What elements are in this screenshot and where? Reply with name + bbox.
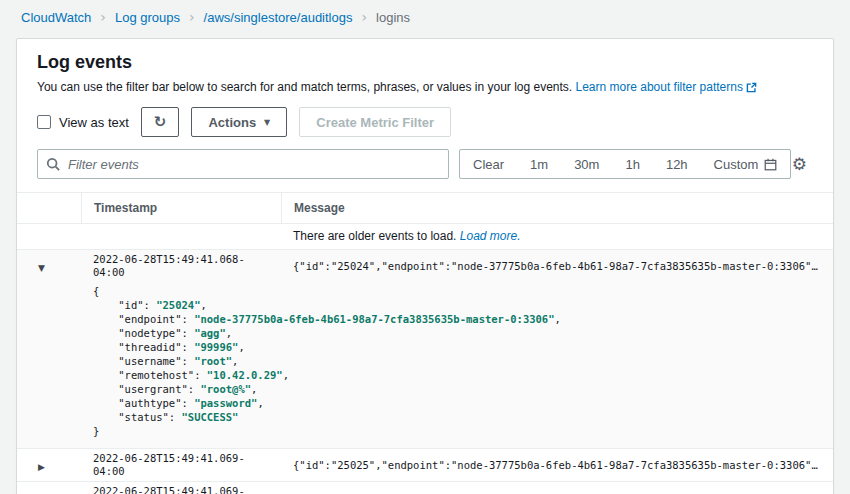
json-value: "agg" bbox=[194, 327, 226, 339]
json-key: "threadid": bbox=[93, 341, 194, 353]
json-field: "status": "SUCCESS" bbox=[93, 410, 821, 424]
json-comma: , bbox=[257, 397, 263, 409]
expanded-log-row: ▼ 2022-06-28T15:49:41.068-04:00 {"id":"2… bbox=[17, 250, 833, 449]
json-comma: , bbox=[200, 299, 206, 311]
learn-more-text: Learn more about filter patterns bbox=[576, 80, 743, 94]
time-range-30m[interactable]: 30m bbox=[561, 150, 612, 178]
time-range-control: Clear 1m 30m 1h 12h Custom bbox=[459, 149, 791, 179]
chevron-right-icon: › bbox=[189, 9, 195, 25]
actions-label: Actions bbox=[208, 115, 256, 130]
table-row: ▶2022-06-28T15:49:41.069-04:00{"id":"250… bbox=[17, 449, 833, 482]
breadcrumb-current: logins bbox=[376, 10, 410, 25]
json-field: "usergrant": "root@%", bbox=[93, 382, 821, 396]
load-more-row: There are older events to load. Load mor… bbox=[17, 224, 833, 250]
json-brace: } bbox=[93, 424, 821, 438]
json-value: "10.42.0.29" bbox=[207, 369, 283, 381]
refresh-button[interactable]: ↻ bbox=[141, 107, 180, 137]
actions-button[interactable]: Actions ▼ bbox=[191, 107, 287, 137]
table-row: ▶2022-06-28T15:49:41.069-04:00{"id":"250… bbox=[17, 482, 833, 494]
time-range-12h[interactable]: 12h bbox=[653, 150, 701, 178]
preferences-button[interactable]: ⚙ bbox=[792, 154, 807, 174]
toolbar: View as text ↻ Actions ▼ Create Metric F… bbox=[37, 107, 813, 137]
json-key: "endpoint": bbox=[93, 313, 194, 325]
json-field: "remotehost": "10.42.0.29", bbox=[93, 368, 821, 382]
json-value: "root" bbox=[194, 355, 232, 367]
refresh-icon: ↻ bbox=[154, 113, 167, 131]
chevron-right-icon: › bbox=[361, 9, 367, 25]
json-value: "25024" bbox=[156, 299, 200, 311]
gear-icon: ⚙ bbox=[792, 154, 807, 174]
calendar-icon bbox=[764, 158, 777, 171]
json-field: "threadid": "99996", bbox=[93, 340, 821, 354]
filter-bar: Clear 1m 30m 1h 12h Custom ⚙ bbox=[37, 149, 813, 179]
log-rows: ▶2022-06-28T15:49:41.069-04:00{"id":"250… bbox=[17, 449, 833, 494]
breadcrumb-cloudwatch[interactable]: CloudWatch bbox=[21, 10, 91, 25]
learn-more-link[interactable]: Learn more about filter patterns bbox=[576, 80, 757, 94]
json-key: "remotehost": bbox=[93, 369, 207, 381]
json-key: "usergrant": bbox=[93, 383, 200, 395]
json-field: "id": "25024", bbox=[93, 298, 821, 312]
caret-down-icon: ▼ bbox=[264, 118, 270, 127]
expand-row-button[interactable]: ▶ bbox=[17, 488, 81, 494]
collapse-icon: ▼ bbox=[38, 263, 45, 273]
collapse-row-button[interactable]: ▼ bbox=[17, 256, 81, 277]
column-message: Message bbox=[281, 193, 833, 223]
json-value: "password" bbox=[194, 397, 257, 409]
row-timestamp: 2022-06-28T15:49:41.068-04:00 bbox=[81, 250, 281, 282]
time-range-1m[interactable]: 1m bbox=[517, 150, 561, 178]
row-message: {"id":"25026","endpoint":"node-37775b0a-… bbox=[281, 489, 833, 494]
filter-events-searchbox bbox=[37, 149, 449, 179]
json-comma: , bbox=[251, 383, 257, 395]
json-brace: { bbox=[93, 284, 821, 298]
json-value: "99996" bbox=[194, 341, 238, 353]
column-expand bbox=[17, 193, 81, 223]
page: CloudWatch › Log groups › /aws/singlesto… bbox=[0, 0, 850, 494]
row-timestamp: 2022-06-28T15:49:41.069-04:00 bbox=[81, 449, 281, 481]
json-key: "nodetype": bbox=[93, 327, 194, 339]
breadcrumb: CloudWatch › Log groups › /aws/singlesto… bbox=[0, 0, 850, 34]
json-comma: , bbox=[554, 313, 560, 325]
create-metric-filter-button[interactable]: Create Metric Filter bbox=[299, 107, 451, 137]
json-key: "authtype": bbox=[93, 397, 194, 409]
custom-label: Custom bbox=[714, 157, 759, 172]
json-value: "root@%" bbox=[200, 383, 251, 395]
column-timestamp: Timestamp bbox=[81, 193, 281, 223]
log-events-table: Timestamp Message There are older events… bbox=[17, 192, 833, 494]
json-key: "id": bbox=[93, 299, 156, 311]
json-field: "username": "root", bbox=[93, 354, 821, 368]
json-value: "node-37775b0a-6feb-4b61-98a7-7cfa383563… bbox=[194, 313, 554, 325]
time-range-1h[interactable]: 1h bbox=[612, 150, 652, 178]
expand-row-button[interactable]: ▶ bbox=[17, 455, 81, 476]
expand-icon: ▶ bbox=[38, 462, 45, 472]
table-row: ▼ 2022-06-28T15:49:41.068-04:00 {"id":"2… bbox=[17, 250, 833, 282]
filter-events-input[interactable] bbox=[37, 149, 449, 179]
json-comma: , bbox=[238, 341, 244, 353]
breadcrumb-log-group-name[interactable]: /aws/singlestore/auditlogs bbox=[204, 10, 353, 25]
table-header: Timestamp Message bbox=[17, 193, 833, 224]
breadcrumb-log-groups[interactable]: Log groups bbox=[115, 10, 180, 25]
page-title: Log events bbox=[37, 52, 813, 73]
view-as-text-label: View as text bbox=[59, 115, 129, 130]
json-key: "status": bbox=[93, 411, 182, 423]
description-text: You can use the filter bar below to sear… bbox=[37, 80, 572, 94]
view-as-text-checkbox[interactable] bbox=[37, 115, 51, 129]
json-key: "username": bbox=[93, 355, 194, 367]
log-events-panel: Log events You can use the filter bar be… bbox=[16, 38, 834, 494]
page-description: You can use the filter bar below to sear… bbox=[37, 80, 813, 94]
older-events-text: There are older events to load. bbox=[293, 229, 456, 243]
json-comma: , bbox=[226, 327, 232, 339]
row-timestamp: 2022-06-28T15:49:41.069-04:00 bbox=[81, 482, 281, 494]
json-value: "SUCCESS" bbox=[182, 411, 239, 423]
time-range-custom[interactable]: Custom bbox=[701, 150, 791, 178]
json-field: "nodetype": "agg", bbox=[93, 326, 821, 340]
expanded-json: { "id": "25024", "endpoint": "node-37775… bbox=[17, 282, 833, 448]
search-icon bbox=[46, 157, 60, 171]
json-comma: , bbox=[232, 355, 238, 367]
external-link-icon bbox=[746, 82, 757, 93]
view-as-text-control[interactable]: View as text bbox=[37, 115, 129, 130]
json-field: "endpoint": "node-37775b0a-6feb-4b61-98a… bbox=[93, 312, 821, 326]
json-field: "authtype": "password", bbox=[93, 396, 821, 410]
load-more-link[interactable]: Load more. bbox=[460, 229, 521, 243]
time-range-clear[interactable]: Clear bbox=[460, 150, 517, 178]
chevron-right-icon: › bbox=[100, 9, 106, 25]
